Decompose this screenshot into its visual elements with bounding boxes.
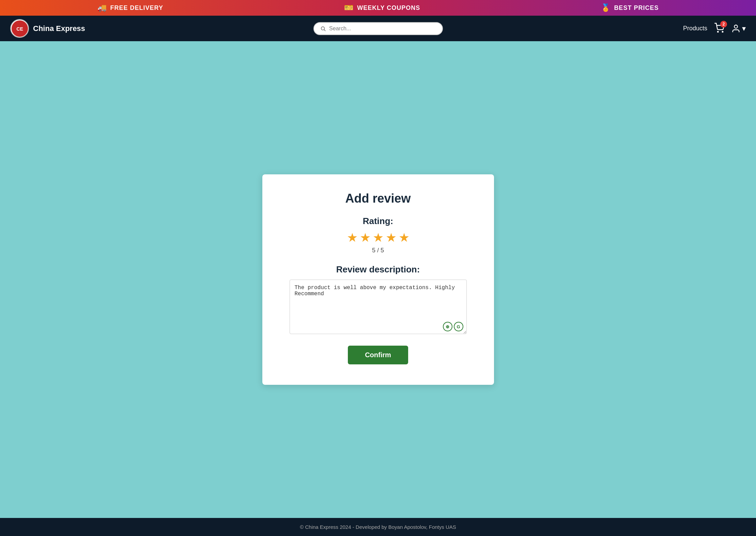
top-banner: 🚚 FREE DELIVERY 🎫 WEEKLY COUPONS 🏅 BEST … xyxy=(0,0,756,16)
star-1[interactable]: ★ xyxy=(347,231,358,245)
brand-logo: CE xyxy=(10,19,29,38)
svg-point-6 xyxy=(734,25,737,28)
svg-point-4 xyxy=(718,31,719,32)
banner-best-prices: 🏅 BEST PRICES xyxy=(601,3,659,12)
medal-icon: 🏅 xyxy=(601,3,611,12)
star-4[interactable]: ★ xyxy=(386,231,397,245)
description-label: Review description: xyxy=(290,264,467,275)
banner-best-prices-label: BEST PRICES xyxy=(614,4,659,12)
navbar-brand[interactable]: CE China Express xyxy=(10,19,191,38)
navbar: CE China Express Products 2 xyxy=(0,16,756,41)
banner-weekly-coupons: 🎫 WEEKLY COUPONS xyxy=(344,3,420,12)
review-form-title: Add review xyxy=(290,191,467,206)
rating-label: Rating: xyxy=(290,216,467,226)
grammarly-icon[interactable]: G xyxy=(454,322,463,331)
banner-weekly-coupons-label: WEEKLY COUPONS xyxy=(357,4,420,12)
phind-icon[interactable]: ⊕ xyxy=(443,322,452,331)
confirm-button[interactable]: Confirm xyxy=(348,346,408,364)
products-link[interactable]: Products xyxy=(683,25,707,32)
footer: © China Express 2024 - Developed by Boya… xyxy=(0,518,756,536)
svg-point-5 xyxy=(722,31,723,32)
delivery-icon: 🚚 xyxy=(97,3,107,12)
rating-score: 5 / 5 xyxy=(290,247,467,254)
star-2[interactable]: ★ xyxy=(360,231,371,245)
brand-name: China Express xyxy=(33,24,85,33)
banner-free-delivery-label: FREE DELIVERY xyxy=(110,4,163,12)
search-icon xyxy=(320,26,326,32)
textarea-tools: ⊕ G xyxy=(443,322,463,331)
svg-point-2 xyxy=(321,27,324,30)
search-bar[interactable] xyxy=(313,22,443,35)
cart-badge: 2 xyxy=(720,21,727,28)
star-5[interactable]: ★ xyxy=(399,231,410,245)
description-wrapper: The product is well above my expectation… xyxy=(290,280,467,346)
search-input[interactable] xyxy=(329,26,436,32)
review-description-input[interactable]: The product is well above my expectation… xyxy=(290,280,467,334)
search-container xyxy=(198,22,559,35)
user-dropdown-arrow: ▾ xyxy=(742,24,746,33)
footer-text: © China Express 2024 - Developed by Boya… xyxy=(300,524,456,530)
review-card: Add review Rating: ★ ★ ★ ★ ★ 5 / 5 Revie… xyxy=(262,174,494,385)
svg-text:CE: CE xyxy=(16,26,23,32)
coupon-icon: 🎫 xyxy=(344,3,354,12)
svg-line-3 xyxy=(324,30,325,31)
cart-button[interactable]: 2 xyxy=(714,23,724,34)
main-content: Add review Rating: ★ ★ ★ ★ ★ 5 / 5 Revie… xyxy=(0,41,756,518)
user-icon xyxy=(731,24,741,33)
stars-row[interactable]: ★ ★ ★ ★ ★ xyxy=(290,231,467,245)
user-menu-button[interactable]: ▾ xyxy=(731,24,746,33)
navbar-right: Products 2 ▾ xyxy=(565,23,746,34)
banner-free-delivery: 🚚 FREE DELIVERY xyxy=(97,3,163,12)
star-3[interactable]: ★ xyxy=(373,231,384,245)
